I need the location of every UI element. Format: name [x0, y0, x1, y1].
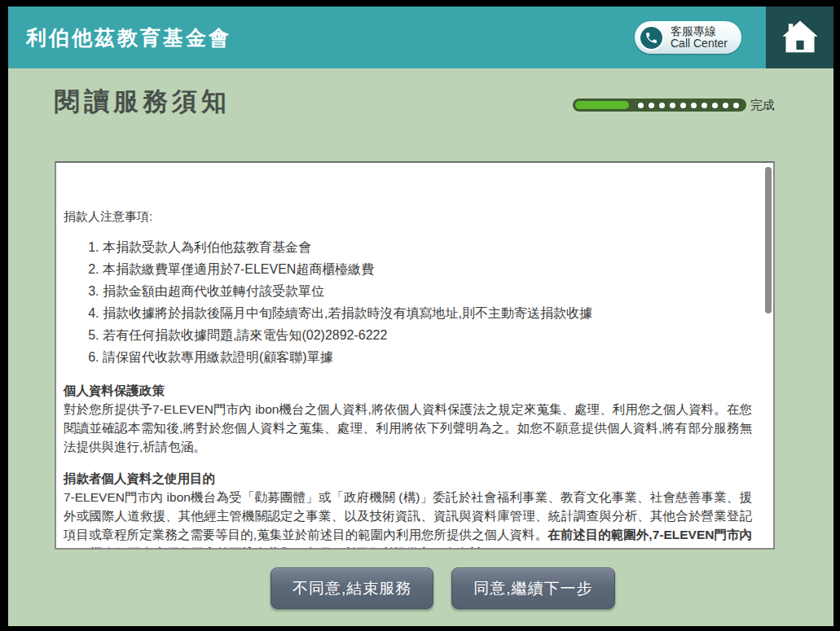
app-header: 利伯他茲教育基金會 客服專線 Call Center [8, 7, 833, 68]
progress-dot [723, 103, 728, 108]
section-body-purpose: 7-ELEVEN門市內 ibon機台為受「勸募團體」或「政府機關 (構)」委託於… [64, 488, 752, 550]
disagree-button[interactable]: 不同意,結束服務 [270, 567, 433, 609]
phone-icon [639, 25, 664, 50]
progress-dot [670, 103, 675, 108]
notice-item: 若有任何捐款收據問題,請來電告知(02)2892-6222 [103, 324, 752, 346]
section-heading-privacy: 個人資料保護政策 [64, 382, 752, 400]
progress-dot [659, 103, 665, 108]
notice-list: 本捐款受款人為利伯他茲教育基金會本捐款繳費單僅適用於7-ELEVEN超商櫃檯繳費… [64, 236, 752, 368]
notice-item: 本捐款受款人為利伯他茲教育基金會 [103, 236, 752, 258]
progress-dots [638, 99, 739, 112]
terms-content-panel[interactable]: 捐款人注意事項: 本捐款受款人為利伯他茲教育基金會本捐款繳費單僅適用於7-ELE… [55, 161, 775, 550]
progress-dot [638, 103, 644, 108]
progress-fill [575, 101, 629, 109]
call-center-label-en: Call Center [671, 37, 728, 50]
home-button[interactable] [766, 7, 833, 68]
notice-item: 請保留代收款專用繳款證明(顧客聯)單據 [103, 346, 752, 368]
notice-item: 捐款金額由超商代收並轉付該受款單位 [103, 280, 752, 302]
progress-dot [712, 103, 718, 108]
kiosk-screen: 利伯他茲教育基金會 客服專線 Call Center 閱讀服務須知 完 [8, 7, 833, 626]
page-title: 閱讀服務須知 [55, 85, 231, 119]
app-title: 利伯他茲教育基金會 [26, 24, 231, 51]
home-icon [780, 17, 820, 58]
call-center-label-zh: 客服專線 [671, 25, 728, 37]
notice-item: 捐款收據將於捐款後隔月中旬陸續寄出,若捐款時沒有填寫地址,則不主動寄送捐款收據 [103, 302, 752, 324]
section-body-privacy-text: 對於您所提供予7-ELEVEN門市內 ibon機台之個人資料,將依個人資料保護法… [64, 402, 752, 454]
progress-dot [680, 103, 686, 108]
progress-dot [733, 103, 739, 108]
section-body-privacy: 對於您所提供予7-ELEVEN門市內 ibon機台之個人資料,將依個人資料保護法… [64, 400, 752, 456]
section-heading-purpose: 捐款者個人資料之使用目的 [64, 470, 752, 488]
progress-done-label: 完成 [750, 98, 775, 113]
call-center-label: 客服專線 Call Center [671, 25, 728, 50]
notice-item: 本捐款繳費單僅適用於7-ELEVEN超商櫃檯繳費 [103, 258, 752, 280]
call-center-button[interactable]: 客服專線 Call Center [635, 21, 741, 54]
progress-dot [691, 103, 697, 108]
action-buttons: 不同意,結束服務 同意,繼續下一步 [270, 567, 615, 609]
agree-button[interactable]: 同意,繼續下一步 [451, 567, 614, 609]
notice-intro: 捐款人注意事項: [64, 208, 752, 225]
progress-dot [701, 103, 707, 108]
progress-bar [573, 99, 746, 112]
progress-dot [649, 103, 654, 108]
scrollbar-thumb[interactable] [765, 167, 772, 313]
